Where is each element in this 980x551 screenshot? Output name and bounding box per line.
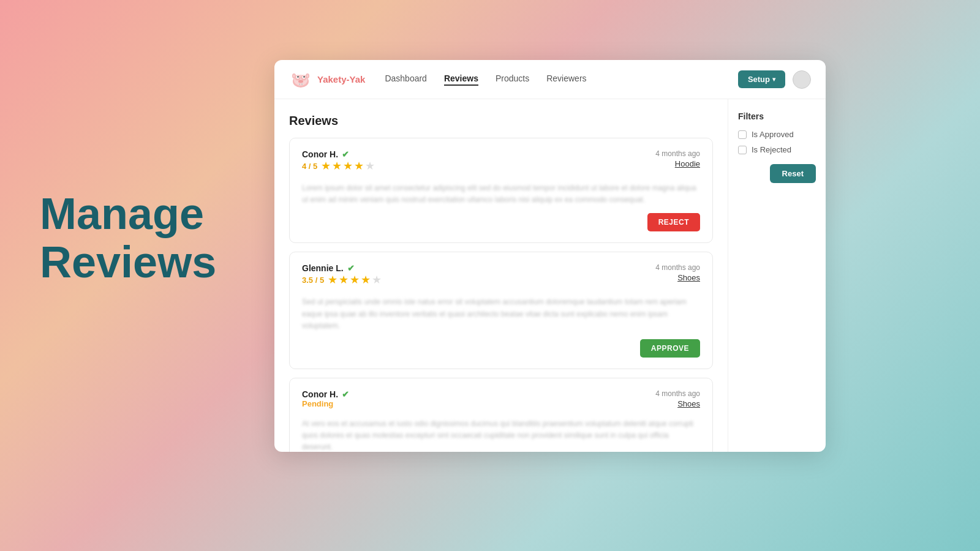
reviewer-name: Conor H. ✔	[302, 149, 375, 159]
page-title: Reviews	[289, 114, 713, 128]
filter-label-rejected: Is Rejected	[752, 145, 791, 154]
svg-rect-10	[301, 83, 303, 85]
svg-point-14	[307, 74, 309, 77]
star-half: ★	[361, 273, 371, 287]
approve-button[interactable]: APPROVE	[640, 339, 700, 358]
star-1: ★	[321, 159, 331, 173]
hero-line1: Manage	[40, 190, 216, 238]
nav-links: Dashboard Reviews Products Reviewers	[385, 73, 737, 86]
review-body: At vero eos et accusamus et iusto odio d…	[302, 418, 700, 452]
setup-label: Setup	[748, 75, 770, 84]
review-body: Lorem ipsum dolor sit amet consectetur a…	[302, 182, 700, 206]
svg-point-8	[298, 80, 303, 83]
filter-checkbox-rejected[interactable]	[738, 146, 747, 154]
nav-dashboard[interactable]: Dashboard	[385, 73, 427, 86]
product-link[interactable]: Hoodie	[655, 159, 700, 168]
product-link[interactable]: Shoes	[655, 273, 700, 282]
logo-text: Yakety-Yak	[317, 74, 365, 84]
logo-icon	[289, 68, 312, 91]
filter-option-rejected[interactable]: Is Rejected	[738, 145, 816, 154]
logo-area: Yakety-Yak	[289, 68, 365, 91]
nav-reviewers[interactable]: Reviewers	[546, 73, 586, 86]
review-card: Glennie L. ✔ 3.5 / 5 ★ ★ ★ ★ ★	[289, 252, 713, 369]
review-card: Conor H. ✔ 4 / 5 ★ ★ ★ ★ ★	[289, 138, 713, 243]
review-card: Conor H. ✔ Pending 4 months ago Shoes At…	[289, 378, 713, 452]
setup-caret-icon: ▾	[772, 76, 775, 83]
review-meta: 4 months ago Shoes	[655, 389, 700, 408]
nav-right: Setup ▾	[738, 70, 811, 89]
rating-row: 3.5 / 5 ★ ★ ★ ★ ★	[302, 273, 382, 287]
review-actions: REJECT	[302, 213, 700, 231]
verified-badge-icon: ✔	[342, 149, 349, 159]
product-link[interactable]: Shoes	[655, 399, 700, 408]
verified-badge-icon: ✔	[342, 389, 349, 399]
main-content: Reviews Conor H. ✔ 4 / 5 ★ ★	[274, 99, 728, 452]
star-1: ★	[328, 273, 337, 287]
review-header: Conor H. ✔ 4 / 5 ★ ★ ★ ★ ★	[302, 149, 700, 179]
filter-checkbox-approved[interactable]	[738, 130, 747, 139]
review-header: Conor H. ✔ Pending 4 months ago Shoes	[302, 389, 700, 414]
star-2: ★	[332, 159, 342, 173]
review-meta: 4 months ago Hoodie	[655, 149, 700, 168]
review-actions: APPROVE	[302, 339, 700, 358]
hero-line2: Reviews	[40, 238, 216, 287]
filters-title: Filters	[738, 111, 816, 121]
filter-option-approved[interactable]: Is Approved	[738, 130, 816, 139]
nav-reviews[interactable]: Reviews	[444, 73, 478, 86]
sidebar-filters: Filters Is Approved Is Rejected Reset	[728, 99, 826, 452]
reviewer-name: Conor H. ✔	[302, 389, 349, 399]
filter-label-approved: Is Approved	[752, 130, 794, 139]
star-3: ★	[343, 159, 353, 173]
reviewer-name: Glennie L. ✔	[302, 263, 382, 273]
stars: ★ ★ ★ ★ ★	[328, 273, 382, 287]
star-5: ★	[365, 159, 375, 173]
star-3: ★	[350, 273, 360, 287]
star-2: ★	[339, 273, 349, 287]
avatar[interactable]	[793, 70, 811, 89]
rating-row: Pending	[302, 399, 349, 408]
status-badge: Pending	[302, 399, 333, 408]
rating-text: 3.5 / 5	[302, 276, 324, 285]
setup-button[interactable]: Setup ▾	[738, 70, 785, 88]
review-header: Glennie L. ✔ 3.5 / 5 ★ ★ ★ ★ ★	[302, 263, 700, 293]
svg-point-7	[303, 76, 304, 77]
star-5: ★	[372, 273, 382, 287]
nav-products[interactable]: Products	[496, 73, 529, 86]
stars: ★ ★ ★ ★ ★	[321, 159, 375, 173]
rating-text: 4 / 5	[302, 162, 317, 171]
svg-point-13	[293, 74, 295, 77]
hero-text: Manage Reviews	[40, 190, 216, 287]
review-meta: 4 months ago Shoes	[655, 263, 700, 282]
svg-rect-9	[299, 83, 300, 85]
star-4: ★	[354, 159, 364, 173]
reset-button[interactable]: Reset	[770, 164, 816, 183]
app-window: Yakety-Yak Dashboard Reviews Products Re…	[274, 60, 826, 452]
rating-row: 4 / 5 ★ ★ ★ ★ ★	[302, 159, 375, 173]
verified-badge-icon: ✔	[347, 263, 355, 273]
svg-point-6	[297, 76, 298, 77]
content-area: Reviews Conor H. ✔ 4 / 5 ★ ★	[274, 99, 826, 452]
review-body: Sed ut perspiciatis unde omnis iste natu…	[302, 296, 700, 332]
nav-bar: Yakety-Yak Dashboard Reviews Products Re…	[274, 60, 826, 99]
reject-button[interactable]: REJECT	[647, 213, 700, 231]
